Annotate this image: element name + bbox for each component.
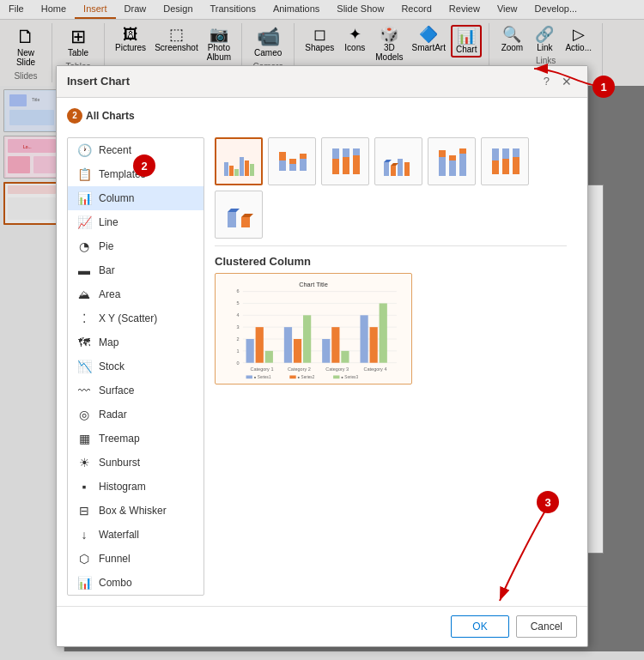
svg-rect-33	[404, 162, 410, 176]
chart-type-100-stacked-column[interactable]	[321, 137, 369, 185]
category-funnel[interactable]: ⬡ Funnel	[68, 547, 204, 571]
dialog-title: Insert Chart	[67, 75, 130, 88]
chart-type-3d-100-stacked-column[interactable]	[481, 137, 529, 185]
category-column[interactable]: 📊 Column	[68, 186, 204, 210]
chart-type-clustered-column[interactable]	[215, 137, 263, 185]
category-area[interactable]: ⛰ Area	[68, 282, 204, 306]
svg-rect-67	[246, 339, 254, 363]
category-treemap[interactable]: ▦ Treemap	[68, 427, 204, 451]
svg-rect-71	[294, 339, 301, 363]
radar-icon: ◎	[76, 408, 92, 421]
treemap-icon: ▦	[76, 432, 92, 445]
category-box-whisker-label: Box & Whisker	[99, 505, 167, 517]
svg-rect-13	[229, 166, 234, 176]
svg-rect-12	[224, 162, 228, 176]
cancel-button[interactable]: Cancel	[516, 615, 577, 638]
sunburst-icon: ☀	[76, 456, 92, 469]
category-histogram-label: Histogram	[99, 481, 146, 493]
svg-rect-18	[279, 160, 286, 171]
all-charts-label: All Charts	[86, 110, 135, 122]
category-radar[interactable]: ◎ Radar	[68, 403, 204, 427]
category-column-label: Column	[99, 192, 134, 204]
svg-marker-35	[391, 163, 398, 166]
all-charts-tab[interactable]: 2 All Charts	[67, 108, 577, 124]
category-combo[interactable]: 📊 Combo	[68, 571, 204, 595]
dialog-title-actions: ? ✕	[544, 73, 577, 90]
category-xy-scatter[interactable]: ⁚ X Y (Scatter)	[68, 306, 204, 330]
category-radar-label: Radar	[99, 409, 127, 421]
svg-rect-31	[391, 166, 396, 176]
pie-icon: ◔	[76, 239, 92, 253]
svg-rect-70	[284, 327, 292, 363]
chart-options-panel: Clustered Column Chart Title 0 1 2 3 4	[204, 137, 577, 596]
chart-preview-title: Clustered Column	[215, 255, 567, 268]
dialog-overlay: Insert Chart ? ✕ 2 All Charts 🕐 Recent	[0, 0, 644, 660]
annotation-3: 3	[537, 491, 559, 513]
category-bar[interactable]: ▬ Bar	[68, 258, 204, 282]
category-sunburst[interactable]: ☀ Sunburst	[68, 451, 204, 475]
svg-rect-48	[228, 212, 236, 227]
annotation-2: 2	[133, 154, 155, 177]
svg-rect-32	[398, 159, 403, 176]
svg-rect-27	[343, 157, 349, 174]
box-whisker-icon: ⊟	[76, 504, 92, 518]
svg-rect-74	[331, 327, 339, 363]
svg-text:Chart Title: Chart Title	[299, 281, 328, 288]
ok-button[interactable]: OK	[451, 615, 508, 638]
bar-icon: ▬	[76, 263, 92, 277]
svg-rect-37	[439, 150, 446, 157]
svg-rect-25	[332, 159, 339, 174]
svg-text:5: 5	[236, 300, 239, 306]
svg-rect-19	[279, 152, 286, 160]
svg-rect-68	[256, 327, 264, 363]
svg-text:Category 1: Category 1	[251, 366, 274, 371]
category-area-label: Area	[99, 288, 120, 300]
chart-type-3d-column[interactable]	[215, 191, 263, 239]
histogram-icon: ▪	[76, 480, 92, 493]
svg-rect-73	[322, 339, 330, 363]
svg-text:1: 1	[236, 348, 239, 353]
svg-rect-40	[459, 154, 466, 176]
svg-rect-38	[449, 160, 456, 176]
svg-text:4: 4	[236, 312, 239, 318]
dialog-close-button[interactable]: ✕	[556, 73, 577, 90]
svg-rect-22	[300, 159, 307, 171]
category-pie[interactable]: ◔ Pie	[68, 234, 204, 258]
dialog-title-bar: Insert Chart ? ✕	[57, 66, 587, 98]
category-treemap-label: Treemap	[99, 433, 140, 445]
category-xy-label: X Y (Scatter)	[99, 312, 157, 324]
chart-type-3d-clustered-column[interactable]	[374, 137, 422, 185]
svg-rect-16	[245, 160, 249, 176]
svg-rect-69	[265, 350, 273, 362]
xy-scatter-icon: ⁚	[76, 312, 92, 325]
category-surface-label: Surface	[99, 384, 134, 397]
category-map-label: Map	[99, 336, 118, 348]
svg-rect-17	[250, 164, 254, 176]
svg-rect-72	[303, 315, 311, 362]
svg-rect-36	[439, 157, 446, 176]
templates-icon: 📋	[76, 167, 92, 181]
tab-badge: 2	[67, 108, 82, 124]
svg-marker-51	[241, 214, 253, 217]
svg-rect-20	[289, 164, 296, 171]
svg-text:Category 4: Category 4	[364, 366, 387, 371]
category-waterfall[interactable]: ↓ Waterfall	[68, 523, 204, 547]
svg-rect-87	[333, 375, 339, 378]
category-stock[interactable]: 📉 Stock	[68, 354, 204, 378]
dialog-footer: OK Cancel	[57, 606, 587, 646]
category-line[interactable]: 📈 Line	[68, 210, 204, 234]
svg-rect-15	[240, 157, 244, 176]
svg-rect-77	[370, 327, 378, 363]
category-pie-label: Pie	[99, 240, 113, 252]
svg-rect-45	[502, 159, 509, 174]
svg-rect-75	[341, 350, 349, 362]
line-icon: 📈	[76, 215, 92, 229]
chart-type-3d-stacked-column[interactable]	[428, 137, 476, 185]
svg-text:3: 3	[236, 324, 239, 330]
category-map[interactable]: 🗺 Map	[68, 330, 204, 354]
chart-type-stacked-column[interactable]	[268, 137, 316, 185]
category-histogram[interactable]: ▪ Histogram	[68, 475, 204, 499]
category-surface[interactable]: 〰 Surface	[68, 378, 204, 403]
dialog-help-icon[interactable]: ?	[544, 75, 550, 88]
category-box-whisker[interactable]: ⊟ Box & Whisker	[68, 499, 204, 523]
